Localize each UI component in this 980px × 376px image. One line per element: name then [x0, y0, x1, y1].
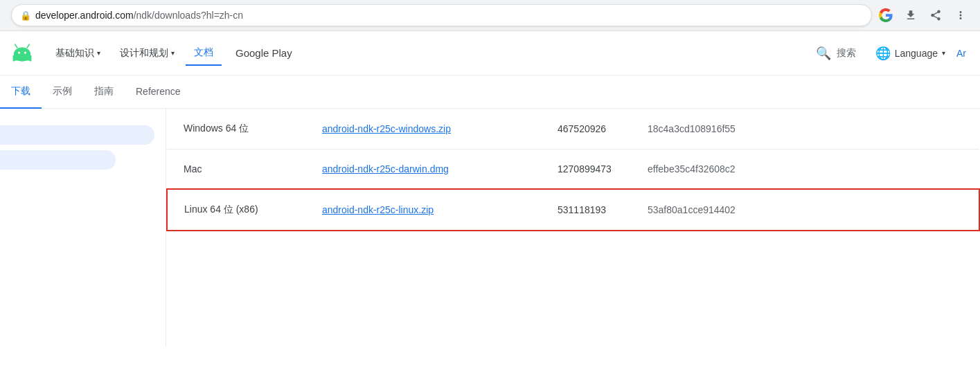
language-selector[interactable]: 🌐 Language ▾ — [867, 40, 954, 66]
nav-items: 基础知识 ▾ 设计和规划 ▾ 文档 Google Play — [47, 41, 805, 66]
svg-rect-1 — [14, 54, 30, 60]
downloads-table: Windows 64 位 android-ndk-r25c-windows.zi… — [166, 109, 980, 231]
ar-link[interactable]: Ar — [954, 42, 969, 64]
table-row: Windows 64 位 android-ndk-r25c-windows.zi… — [167, 109, 979, 150]
search-area[interactable]: 🔍 搜索 — [816, 46, 856, 61]
nav-sheji[interactable]: 设计和规划 ▾ — [112, 42, 183, 65]
google-icon — [877, 7, 894, 24]
chevron-down-icon: ▾ — [97, 49, 100, 57]
more-icon[interactable] — [952, 7, 969, 24]
share-browser-icon[interactable] — [927, 7, 944, 24]
browser-actions — [877, 7, 969, 24]
globe-icon: 🌐 — [875, 46, 891, 61]
lock-icon: 🔒 — [20, 10, 31, 21]
tab-examples[interactable]: 示例 — [42, 75, 83, 109]
android-logo — [11, 42, 33, 64]
sidebar-item[interactable] — [0, 150, 116, 170]
top-navigation: 基础知识 ▾ 设计和规划 ▾ 文档 Google Play 🔍 搜索 🌐 Lan… — [0, 31, 980, 75]
svg-rect-6 — [13, 55, 15, 61]
nav-jichu[interactable]: 基础知识 ▾ — [47, 42, 109, 65]
table-row: Mac android-ndk-r25c-darwin.dmg 12708994… — [167, 150, 979, 190]
table-row-linux: Linux 64 位 (x86) android-ndk-r25c-linux.… — [167, 189, 979, 231]
download-link[interactable]: android-ndk-r25c-darwin.dmg — [322, 163, 449, 174]
checksum-cell: effebe35c4f32608c2 — [631, 150, 979, 190]
nav-wendang[interactable]: 文档 — [186, 41, 222, 66]
search-placeholder-text: 搜索 — [837, 47, 856, 60]
nav-google-play[interactable]: Google Play — [224, 42, 303, 64]
checksum-cell: 53af80a1cce914402 — [631, 189, 979, 231]
filename-cell[interactable]: android-ndk-r25c-windows.zip — [305, 109, 541, 150]
svg-point-3 — [24, 51, 26, 53]
chevron-down-icon: ▾ — [942, 49, 945, 57]
svg-rect-7 — [29, 55, 31, 61]
sidebar — [0, 109, 166, 346]
main-content: Windows 64 位 android-ndk-r25c-windows.zi… — [166, 109, 980, 346]
browser-chrome: 🔒 developer.android.com/ndk/downloads?hl… — [0, 0, 980, 31]
checksum-cell: 18c4a3cd108916f55 — [631, 109, 979, 150]
download-link[interactable]: android-ndk-r25c-windows.zip — [322, 123, 451, 134]
search-icon: 🔍 — [816, 46, 831, 61]
svg-point-2 — [18, 51, 20, 53]
sidebar-item[interactable] — [0, 125, 154, 145]
address-bar[interactable]: 🔒 developer.android.com/ndk/downloads?hl… — [11, 4, 872, 26]
main-layout: Windows 64 位 android-ndk-r25c-windows.zi… — [0, 109, 980, 346]
tab-reference[interactable]: Reference — [125, 75, 192, 109]
size-cell: 467520926 — [541, 109, 631, 150]
download-browser-icon[interactable] — [902, 7, 919, 24]
svg-line-4 — [15, 44, 17, 48]
platform-cell: Windows 64 位 — [167, 109, 305, 150]
platform-cell: Mac — [167, 150, 305, 190]
svg-line-5 — [27, 44, 29, 48]
url-display: developer.android.com/ndk/downloads?hl=z… — [35, 10, 243, 21]
chevron-down-icon: ▾ — [171, 49, 175, 57]
size-cell: 531118193 — [541, 189, 631, 231]
platform-cell: Linux 64 位 (x86) — [167, 189, 305, 231]
tab-download[interactable]: 下载 — [0, 75, 42, 109]
tab-guide[interactable]: 指南 — [83, 75, 125, 109]
sub-navigation: 下载 示例 指南 Reference — [0, 75, 980, 109]
filename-cell[interactable]: android-ndk-r25c-linux.zip — [305, 189, 541, 231]
filename-cell[interactable]: android-ndk-r25c-darwin.dmg — [305, 150, 541, 190]
size-cell: 1270899473 — [541, 150, 631, 190]
logo-area[interactable] — [11, 42, 33, 64]
download-link-linux[interactable]: android-ndk-r25c-linux.zip — [322, 204, 434, 215]
